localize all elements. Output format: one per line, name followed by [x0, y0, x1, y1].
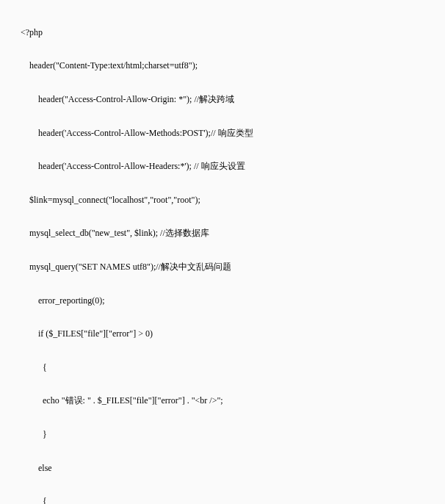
- code-line: }: [21, 426, 439, 443]
- code-line: mysql_select_db("new_test", $link); //选择…: [21, 225, 439, 242]
- php-code-block: <?php header("Content-Type:text/html;cha…: [0, 0, 445, 504]
- code-line: header('Access-Control-Allow-Headers:*')…: [21, 158, 439, 175]
- code-line: {: [21, 493, 439, 504]
- code-line: if ($_FILES["file"]["error"] > 0): [21, 325, 439, 342]
- code-line: else: [21, 460, 439, 477]
- code-line: header('Access-Control-Allow-Methods:POS…: [21, 125, 439, 142]
- code-line: $link=mysql_connect("localhost","root","…: [21, 192, 439, 209]
- code-line: header("Content-Type:text/html;charset=u…: [21, 57, 439, 74]
- code-line: echo "错误: " . $_FILES["file"]["error"] .…: [21, 392, 439, 409]
- code-line: mysql_query("SET NAMES utf8");//解决中文乱码问题: [21, 259, 439, 276]
- code-line: {: [21, 359, 439, 376]
- code-line: <?php: [21, 24, 439, 41]
- code-line: header("Access-Control-Allow-Origin: *")…: [21, 91, 439, 108]
- code-line: error_reporting(0);: [21, 292, 439, 309]
